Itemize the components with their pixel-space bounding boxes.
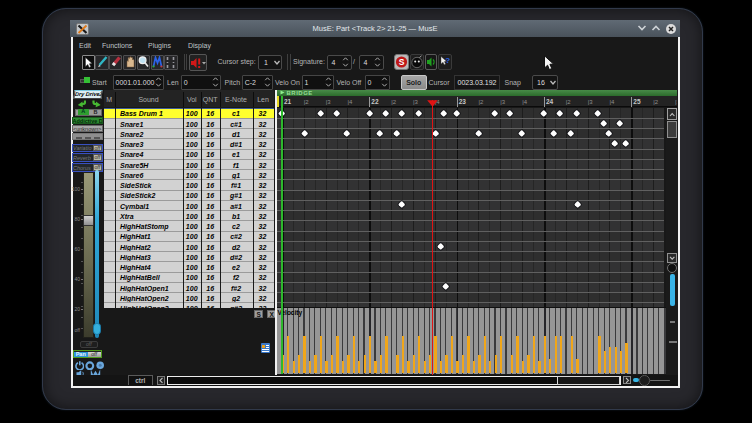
svg-text:?: ? bbox=[446, 56, 451, 65]
svg-text:S: S bbox=[398, 57, 404, 67]
